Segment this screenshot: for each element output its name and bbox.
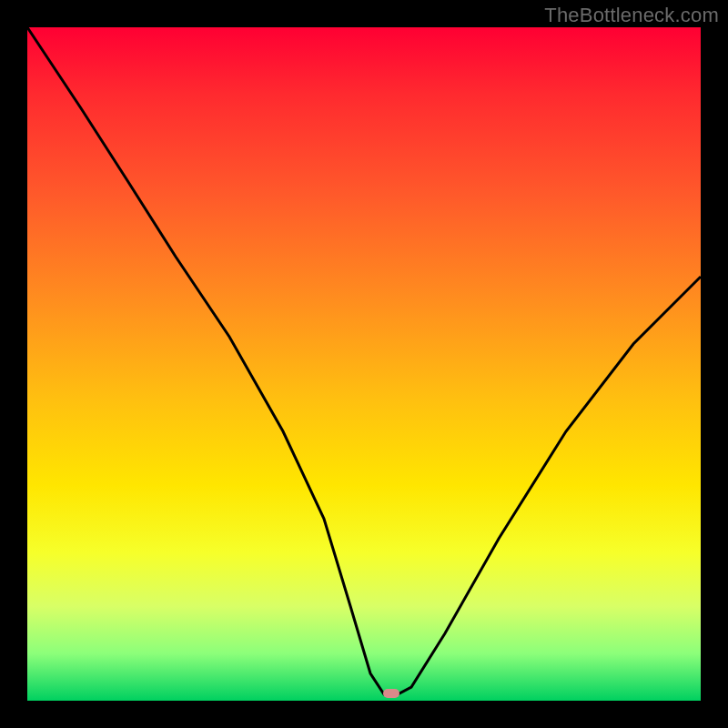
curve-path — [27, 27, 701, 694]
bottleneck-curve — [27, 27, 701, 701]
watermark-text: TheBottleneck.com — [544, 4, 719, 27]
chart-frame: TheBottleneck.com — [0, 0, 728, 728]
plot-area — [27, 27, 701, 701]
optimal-marker — [383, 689, 399, 698]
